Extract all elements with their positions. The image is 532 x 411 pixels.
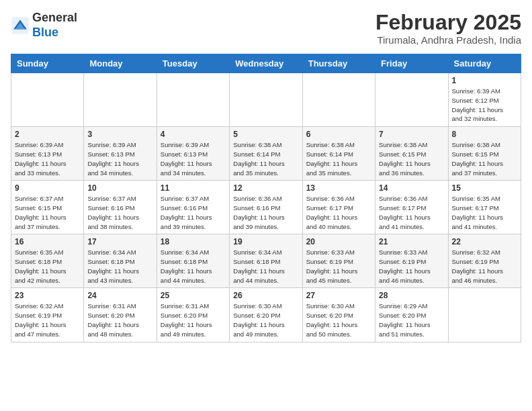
month-year-title: February 2025 — [375, 11, 521, 34]
calendar-day-header: Wednesday — [230, 54, 302, 73]
calendar-table: SundayMondayTuesdayWednesdayThursdayFrid… — [11, 54, 521, 342]
calendar-day-cell: 1Sunrise: 6:39 AM Sunset: 6:12 PM Daylig… — [448, 73, 521, 127]
calendar-week-row: 1Sunrise: 6:39 AM Sunset: 6:12 PM Daylig… — [11, 73, 521, 127]
day-number: 26 — [233, 291, 298, 300]
calendar-day-cell: 6Sunrise: 6:38 AM Sunset: 6:14 PM Daylig… — [302, 127, 375, 181]
day-number: 1 — [452, 76, 517, 85]
calendar-day-header: Thursday — [302, 54, 375, 73]
day-number: 17 — [87, 237, 152, 246]
day-number: 13 — [306, 183, 371, 193]
calendar-day-cell — [84, 73, 157, 127]
day-number: 27 — [306, 291, 371, 300]
calendar-day-cell: 21Sunrise: 6:33 AM Sunset: 6:19 PM Dayli… — [375, 234, 448, 288]
day-info: Sunrise: 6:36 AM Sunset: 6:16 PM Dayligh… — [233, 194, 298, 231]
day-info: Sunrise: 6:36 AM Sunset: 6:17 PM Dayligh… — [379, 194, 444, 231]
day-info: Sunrise: 6:32 AM Sunset: 6:19 PM Dayligh… — [452, 248, 517, 285]
calendar-day-header: Saturday — [448, 54, 521, 73]
calendar-day-cell — [157, 73, 229, 127]
logo-blue-text: Blue — [32, 26, 58, 39]
day-info: Sunrise: 6:30 AM Sunset: 6:20 PM Dayligh… — [306, 302, 371, 338]
day-info: Sunrise: 6:39 AM Sunset: 6:13 PM Dayligh… — [87, 140, 152, 177]
calendar-day-cell: 2Sunrise: 6:39 AM Sunset: 6:13 PM Daylig… — [11, 127, 84, 181]
calendar-day-cell: 8Sunrise: 6:38 AM Sunset: 6:15 PM Daylig… — [448, 127, 521, 181]
day-info: Sunrise: 6:38 AM Sunset: 6:14 PM Dayligh… — [306, 140, 371, 177]
calendar-day-header: Tuesday — [157, 54, 229, 73]
day-info: Sunrise: 6:31 AM Sunset: 6:20 PM Dayligh… — [161, 302, 226, 338]
day-info: Sunrise: 6:34 AM Sunset: 6:18 PM Dayligh… — [87, 248, 152, 285]
calendar-day-header: Friday — [375, 54, 448, 73]
logo-general-text: General — [32, 11, 77, 24]
day-number: 24 — [87, 291, 152, 300]
calendar-day-cell: 7Sunrise: 6:38 AM Sunset: 6:15 PM Daylig… — [375, 127, 448, 181]
day-number: 3 — [87, 130, 152, 139]
calendar-week-row: 16Sunrise: 6:35 AM Sunset: 6:18 PM Dayli… — [11, 234, 521, 288]
day-info: Sunrise: 6:36 AM Sunset: 6:17 PM Dayligh… — [306, 194, 371, 231]
calendar-day-cell: 10Sunrise: 6:37 AM Sunset: 6:16 PM Dayli… — [84, 181, 157, 234]
day-info: Sunrise: 6:39 AM Sunset: 6:12 PM Dayligh… — [452, 87, 517, 124]
day-info: Sunrise: 6:29 AM Sunset: 6:20 PM Dayligh… — [379, 302, 444, 338]
calendar-day-cell: 22Sunrise: 6:32 AM Sunset: 6:19 PM Dayli… — [448, 234, 521, 288]
day-info: Sunrise: 6:38 AM Sunset: 6:14 PM Dayligh… — [233, 140, 298, 177]
day-number: 11 — [161, 183, 226, 193]
day-info: Sunrise: 6:38 AM Sunset: 6:15 PM Dayligh… — [452, 140, 517, 177]
day-info: Sunrise: 6:31 AM Sunset: 6:20 PM Dayligh… — [87, 302, 152, 338]
calendar-day-cell: 26Sunrise: 6:30 AM Sunset: 6:20 PM Dayli… — [230, 288, 302, 342]
calendar-week-row: 2Sunrise: 6:39 AM Sunset: 6:13 PM Daylig… — [11, 127, 521, 181]
day-number: 2 — [15, 130, 80, 139]
calendar-day-cell: 12Sunrise: 6:36 AM Sunset: 6:16 PM Dayli… — [230, 181, 302, 234]
calendar-week-row: 23Sunrise: 6:32 AM Sunset: 6:19 PM Dayli… — [11, 288, 521, 342]
day-number: 20 — [306, 237, 371, 246]
calendar-day-cell: 16Sunrise: 6:35 AM Sunset: 6:18 PM Dayli… — [11, 234, 84, 288]
day-info: Sunrise: 6:34 AM Sunset: 6:18 PM Dayligh… — [161, 248, 226, 285]
calendar-day-cell — [11, 73, 84, 127]
calendar-day-cell: 13Sunrise: 6:36 AM Sunset: 6:17 PM Dayli… — [302, 181, 375, 234]
logo: General Blue — [11, 11, 77, 40]
day-info: Sunrise: 6:37 AM Sunset: 6:15 PM Dayligh… — [15, 194, 80, 231]
calendar-day-cell — [448, 288, 521, 342]
day-info: Sunrise: 6:32 AM Sunset: 6:19 PM Dayligh… — [15, 302, 80, 338]
calendar-day-cell: 27Sunrise: 6:30 AM Sunset: 6:20 PM Dayli… — [302, 288, 375, 342]
day-info: Sunrise: 6:39 AM Sunset: 6:13 PM Dayligh… — [15, 140, 80, 177]
day-number: 15 — [452, 183, 517, 193]
calendar-day-header: Sunday — [11, 54, 84, 73]
day-number: 10 — [87, 183, 152, 193]
day-number: 5 — [233, 130, 298, 139]
day-number: 8 — [452, 130, 517, 139]
calendar-day-cell: 17Sunrise: 6:34 AM Sunset: 6:18 PM Dayli… — [84, 234, 157, 288]
day-number: 7 — [379, 130, 444, 139]
title-area: February 2025 Tirumala, Andhra Pradesh, … — [375, 11, 521, 46]
calendar-header-row: SundayMondayTuesdayWednesdayThursdayFrid… — [11, 54, 521, 73]
day-number: 28 — [379, 291, 444, 300]
day-number: 23 — [15, 291, 80, 300]
day-info: Sunrise: 6:35 AM Sunset: 6:17 PM Dayligh… — [452, 194, 517, 231]
day-number: 19 — [233, 237, 298, 246]
day-info: Sunrise: 6:39 AM Sunset: 6:13 PM Dayligh… — [161, 140, 226, 177]
calendar-day-cell: 24Sunrise: 6:31 AM Sunset: 6:20 PM Dayli… — [84, 288, 157, 342]
calendar-day-cell: 18Sunrise: 6:34 AM Sunset: 6:18 PM Dayli… — [157, 234, 229, 288]
calendar-day-cell: 15Sunrise: 6:35 AM Sunset: 6:17 PM Dayli… — [448, 181, 521, 234]
day-number: 22 — [452, 237, 517, 246]
day-number: 18 — [161, 237, 226, 246]
calendar-day-cell — [302, 73, 375, 127]
calendar-day-cell — [230, 73, 302, 127]
day-info: Sunrise: 6:34 AM Sunset: 6:18 PM Dayligh… — [233, 248, 298, 285]
calendar-day-header: Monday — [84, 54, 157, 73]
calendar-day-cell: 19Sunrise: 6:34 AM Sunset: 6:18 PM Dayli… — [230, 234, 302, 288]
location-subtitle: Tirumala, Andhra Pradesh, India — [375, 34, 521, 46]
day-number: 6 — [306, 130, 371, 139]
day-number: 16 — [15, 237, 80, 246]
calendar-day-cell: 14Sunrise: 6:36 AM Sunset: 6:17 PM Dayli… — [375, 181, 448, 234]
day-number: 25 — [161, 291, 226, 300]
day-info: Sunrise: 6:33 AM Sunset: 6:19 PM Dayligh… — [379, 248, 444, 285]
day-number: 14 — [379, 183, 444, 193]
day-number: 12 — [233, 183, 298, 193]
day-number: 4 — [161, 130, 226, 139]
calendar-day-cell: 4Sunrise: 6:39 AM Sunset: 6:13 PM Daylig… — [157, 127, 229, 181]
day-info: Sunrise: 6:37 AM Sunset: 6:16 PM Dayligh… — [161, 194, 226, 231]
calendar-day-cell: 25Sunrise: 6:31 AM Sunset: 6:20 PM Dayli… — [157, 288, 229, 342]
day-info: Sunrise: 6:38 AM Sunset: 6:15 PM Dayligh… — [379, 140, 444, 177]
calendar-day-cell: 11Sunrise: 6:37 AM Sunset: 6:16 PM Dayli… — [157, 181, 229, 234]
calendar-day-cell: 5Sunrise: 6:38 AM Sunset: 6:14 PM Daylig… — [230, 127, 302, 181]
calendar-day-cell: 20Sunrise: 6:33 AM Sunset: 6:19 PM Dayli… — [302, 234, 375, 288]
day-info: Sunrise: 6:33 AM Sunset: 6:19 PM Dayligh… — [306, 248, 371, 285]
